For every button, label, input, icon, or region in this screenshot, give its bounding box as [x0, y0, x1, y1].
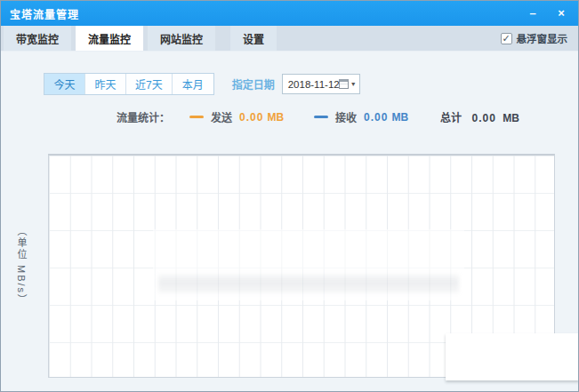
send-label: 发送	[211, 109, 232, 124]
total-group: 总计 0.00 MB	[440, 109, 519, 124]
tab-settings[interactable]: 设置	[230, 26, 277, 51]
stats-title: 流量统计：	[117, 109, 170, 124]
minimize-icon[interactable]: –	[525, 5, 541, 21]
date-picker-label: 指定日期	[232, 76, 275, 92]
date-range-group: 今天 昨天 近7天 本月	[44, 73, 214, 95]
window-controls: – ×	[525, 5, 569, 21]
titlebar: 宝塔流量管理 – ×	[1, 1, 578, 26]
y-axis-label: （单位 MB/s）	[12, 154, 30, 378]
date-value: 2018-11-12	[288, 79, 340, 90]
total-label: 总计	[440, 112, 462, 124]
receive-value: 0.00	[364, 111, 388, 124]
overlay-popup	[446, 333, 579, 380]
receive-label: 接收	[335, 109, 357, 124]
float-window-label: 悬浮窗显示	[517, 31, 568, 45]
range-today-button[interactable]: 今天	[44, 74, 85, 94]
close-icon[interactable]: ×	[553, 5, 569, 21]
receive-series-marker	[314, 116, 328, 118]
traffic-stats-bar: 流量统计： 发送 0.00 MB 接收 0.00 MB 总计 0.00 MB	[117, 109, 519, 124]
date-input[interactable]: 2018-11-12 ▼	[282, 74, 360, 94]
receive-unit: MB	[391, 111, 408, 124]
watermark-gray-band	[158, 274, 459, 293]
float-window-toggle[interactable]: ✓ 悬浮窗显示	[501, 26, 579, 51]
tab-bandwidth-monitor[interactable]: 带宽监控	[4, 26, 71, 51]
watermark-band	[153, 229, 464, 300]
tab-bar: 带宽监控 流量监控 网站监控 设置 ✓ 悬浮窗显示	[1, 26, 578, 52]
total-unit: MB	[503, 112, 519, 124]
tab-website-monitor[interactable]: 网站监控	[148, 26, 215, 51]
send-series-marker	[189, 116, 204, 118]
range-last7days-button[interactable]: 近7天	[126, 74, 173, 94]
checkbox-checked-icon[interactable]: ✓	[501, 33, 512, 44]
window-title: 宝塔流量管理	[10, 6, 79, 21]
date-input-icons: ▼	[339, 75, 357, 93]
range-thismonth-button[interactable]: 本月	[173, 74, 213, 94]
chevron-down-icon[interactable]: ▼	[350, 81, 357, 87]
filter-row: 今天 昨天 近7天 本月 指定日期 2018-11-12 ▼	[44, 73, 360, 95]
send-value: 0.00	[239, 111, 263, 124]
tab-traffic-monitor[interactable]: 流量监控	[76, 26, 143, 51]
range-yesterday-button[interactable]: 昨天	[85, 74, 126, 94]
send-unit: MB	[267, 111, 284, 124]
total-value: 0.00	[471, 112, 495, 124]
app-window: 宝塔流量管理 – × 带宽监控 流量监控 网站监控 设置 ✓ 悬浮窗显示 今天 …	[0, 0, 579, 392]
calendar-icon[interactable]	[339, 79, 349, 89]
